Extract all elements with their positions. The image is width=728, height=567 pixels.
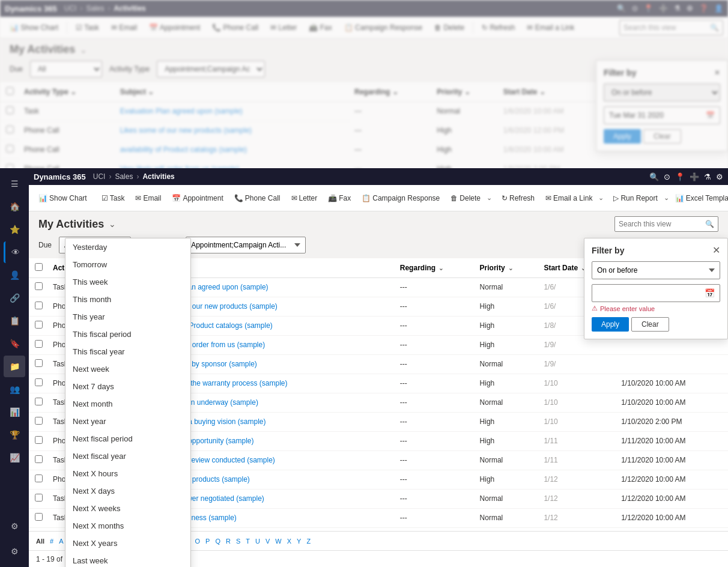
row-check[interactable] xyxy=(6,126,14,133)
alpha-item-All[interactable]: All xyxy=(34,536,47,546)
activities-nav[interactable]: 📁 xyxy=(4,356,25,377)
filter-icon-nav[interactable]: ⚗ xyxy=(704,172,711,181)
due-dropdown-item[interactable]: This fiscal period xyxy=(65,326,190,343)
circle-icon-top[interactable]: ⊙ xyxy=(632,4,638,13)
due-dropdown-item[interactable]: Yesterday xyxy=(65,238,190,256)
alpha-item-R[interactable]: R xyxy=(223,536,233,546)
add-icon-nav[interactable]: ➕ xyxy=(690,172,699,181)
alpha-item-U[interactable]: U xyxy=(253,536,262,546)
recent-nav[interactable]: ⭐ xyxy=(4,219,25,240)
email-btn[interactable]: ✉ Email xyxy=(130,192,166,205)
col-activity-type-top[interactable]: Activity Type ⌄ xyxy=(19,82,115,102)
fax-btn[interactable]: 📠 Fax xyxy=(323,192,356,205)
competitors-nav[interactable]: 👥 xyxy=(4,378,25,400)
search-input[interactable] xyxy=(619,220,703,228)
alpha-item-P[interactable]: P xyxy=(203,536,212,546)
reports-nav[interactable]: 📊 xyxy=(4,401,25,423)
due-dropdown-item[interactable]: Next X hours xyxy=(65,465,190,482)
alpha-item-#[interactable]: # xyxy=(47,536,56,546)
alpha-item-Z[interactable]: Z xyxy=(304,536,313,546)
settings-icon-top[interactable]: ⚙ xyxy=(687,4,693,13)
due-dropdown-item[interactable]: This week xyxy=(65,273,190,291)
row-check[interactable] xyxy=(6,145,14,153)
row-checkbox-7[interactable] xyxy=(35,417,43,425)
phone-call-btn[interactable]: 📞 Phone Call xyxy=(229,192,285,205)
col-regarding-top[interactable]: Regarding ⌄ xyxy=(350,82,432,102)
add-icon-top[interactable]: ➕ xyxy=(659,4,668,13)
due-dropdown-item[interactable]: Next X years xyxy=(65,535,190,552)
delete-btn-top[interactable]: 🗑 Delete xyxy=(429,21,469,34)
more-report-icon[interactable]: ⌄ xyxy=(664,194,669,202)
fax-btn-top[interactable]: 📠 Fax xyxy=(304,21,336,34)
alpha-item-Q[interactable]: Q xyxy=(213,536,223,546)
hamburger-btn[interactable]: ☰ xyxy=(4,173,25,195)
row-check[interactable] xyxy=(6,164,14,168)
help-icon-top[interactable]: ❓ xyxy=(699,4,708,13)
due-dropdown-item[interactable]: This year xyxy=(65,308,190,326)
filter-icon-top[interactable]: ⚗ xyxy=(674,4,681,13)
row-checkbox-4[interactable] xyxy=(35,359,43,367)
filter-clear-btn[interactable]: Clear xyxy=(631,317,669,332)
due-dropdown-item[interactable]: Tomorrow xyxy=(65,256,190,273)
run-report-btn[interactable]: ▷ Run Report xyxy=(608,192,662,205)
show-chart-btn-top[interactable]: 📊 Show Chart xyxy=(5,21,63,34)
task-btn-top[interactable]: ☑ Task xyxy=(71,21,104,34)
calendar-icon[interactable]: 📅 xyxy=(700,288,720,298)
search-icon-top[interactable]: 🔍 xyxy=(617,4,626,13)
alpha-item-V[interactable]: V xyxy=(263,536,272,546)
due-dropdown-item[interactable]: Next X days xyxy=(65,482,190,500)
opportunities-nav[interactable]: 🔖 xyxy=(4,333,25,354)
select-all-top[interactable] xyxy=(6,87,14,95)
row-checkbox-11[interactable] xyxy=(35,494,43,502)
filter-panel-close[interactable]: ✕ xyxy=(712,246,720,255)
select-all-checkbox[interactable] xyxy=(35,263,43,271)
phone-btn-top[interactable]: 📞 Phone Call xyxy=(207,21,263,34)
more-email-icon[interactable]: ⌄ xyxy=(598,194,604,202)
location-icon-top[interactable]: 📍 xyxy=(644,4,653,13)
due-dropdown-item[interactable]: Next week xyxy=(65,360,190,378)
settings-nav[interactable]: ⚙ xyxy=(4,515,25,537)
title-chevron[interactable]: ⌄ xyxy=(109,219,116,229)
letter-btn[interactable]: ✉ Letter xyxy=(287,192,323,205)
search-icon-nav[interactable]: 🔍 xyxy=(649,172,659,181)
due-dropdown-item[interactable]: Next month xyxy=(65,395,190,413)
delete-btn[interactable]: 🗑 Delete xyxy=(446,192,485,205)
due-dropdown-item[interactable]: Next year xyxy=(65,413,190,430)
show-chart-btn[interactable]: 📊 Show Chart xyxy=(34,192,92,205)
row-checkbox-3[interactable] xyxy=(35,340,43,348)
row-checkbox-8[interactable] xyxy=(35,436,43,444)
home-nav[interactable]: 🏠 xyxy=(4,196,25,217)
row-checkbox-5[interactable] xyxy=(35,378,43,386)
filter-apply-btn[interactable]: Apply xyxy=(592,317,629,332)
email-link-btn[interactable]: ✉ Email a Link xyxy=(541,192,597,205)
row-checkbox-6[interactable] xyxy=(35,398,43,405)
col-priority-top[interactable]: Priority ⌄ xyxy=(432,82,498,102)
due-dropdown-item[interactable]: Next X months xyxy=(65,517,190,535)
search-input-top[interactable] xyxy=(623,23,708,32)
appointment-btn-top[interactable]: 📅 Appointment xyxy=(144,21,205,34)
refresh-btn-top[interactable]: ↻ Refresh xyxy=(477,21,520,34)
more-delete-icon[interactable]: ⌄ xyxy=(487,194,492,202)
due-dropdown-item[interactable]: This fiscal year xyxy=(65,343,190,360)
campaign-btn-top[interactable]: 📋 Campaign Response xyxy=(339,21,427,34)
task-btn[interactable]: ☑ Task xyxy=(97,192,130,205)
campaign-response-btn[interactable]: 📋 Campaign Response xyxy=(357,192,444,205)
email-btn-top[interactable]: ✉ Email xyxy=(106,21,142,34)
row-checkbox-10[interactable] xyxy=(35,475,43,482)
leads-nav[interactable]: 📋 xyxy=(4,310,25,332)
appointment-btn[interactable]: 📅 Appointment xyxy=(167,192,228,205)
accounts-nav[interactable]: 👤 xyxy=(4,264,25,286)
due-dropdown-item[interactable]: Next fiscal year xyxy=(65,447,190,465)
alpha-item-X[interactable]: X xyxy=(285,536,294,546)
contacts-nav[interactable]: 🔗 xyxy=(4,287,25,309)
row-check[interactable] xyxy=(6,106,14,114)
alpha-item-Y[interactable]: Y xyxy=(294,536,303,546)
activity-type-select-top[interactable]: Appointment;Campaign Acti... xyxy=(157,61,265,77)
row-checkbox-2[interactable] xyxy=(35,321,43,329)
row-checkbox-12[interactable] xyxy=(35,513,43,521)
letter-btn-top[interactable]: ✉ Letter xyxy=(265,21,302,34)
location-icon-nav[interactable]: 📍 xyxy=(675,172,685,181)
settings-icon-nav[interactable]: ⚙ xyxy=(716,172,723,181)
col-priority[interactable]: Priority ⌄ xyxy=(475,258,539,277)
dashboards-nav[interactable]: 👁 xyxy=(4,241,25,263)
